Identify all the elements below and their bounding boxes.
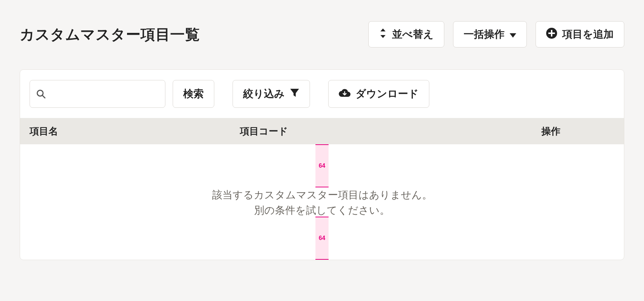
bulk-action-label: 一括操作: [464, 27, 505, 41]
svg-rect-2: [548, 33, 555, 34]
spacing-indicator-top: 64: [315, 144, 329, 187]
toolbar: 検索 絞り込み ダウンロード: [20, 70, 624, 118]
bulk-action-button[interactable]: 一括操作: [453, 21, 527, 47]
sort-button-label: 並べ替え: [392, 27, 434, 41]
search-button-label: 検索: [183, 87, 204, 101]
search-input[interactable]: [30, 80, 165, 108]
content-card: 検索 絞り込み ダウンロード: [20, 69, 624, 260]
caret-down-icon: [510, 28, 516, 40]
empty-message-line2: 別の条件を試してください。: [20, 203, 624, 218]
filter-button[interactable]: 絞り込み: [233, 80, 310, 108]
empty-message: 該当するカスタムマスター項目はありません。 別の条件を試してください。: [20, 187, 624, 218]
spacing-indicator-bottom: 64: [315, 217, 329, 260]
column-header-name: 項目名: [30, 125, 240, 138]
empty-message-line1: 該当するカスタムマスター項目はありません。: [20, 187, 624, 203]
add-item-button[interactable]: 項目を追加: [536, 21, 624, 47]
sort-button[interactable]: 並べ替え: [368, 21, 444, 47]
header-actions: 並べ替え 一括操作 項目を追加: [368, 21, 624, 47]
page-title: カスタムマスター項目一覧: [20, 24, 200, 45]
search-wrap: [30, 80, 165, 108]
cloud-download-icon: [339, 88, 350, 100]
download-button-label: ダウンロード: [356, 87, 419, 101]
add-item-label: 項目を追加: [562, 27, 614, 41]
column-header-code: 項目コード: [240, 125, 541, 138]
download-button[interactable]: ダウンロード: [328, 80, 429, 108]
filter-funnel-icon: [290, 88, 299, 100]
sort-arrows-icon: [379, 28, 387, 41]
table-header: 項目名 項目コード 操作: [20, 118, 624, 144]
page-header: カスタムマスター項目一覧 並べ替え 一括操作: [20, 21, 624, 47]
filter-button-label: 絞り込み: [243, 87, 285, 101]
plus-circle-icon: [546, 28, 557, 41]
search-button[interactable]: 検索: [173, 80, 214, 108]
column-header-action: 操作: [541, 125, 614, 138]
empty-state: 64 該当するカスタムマスター項目はありません。 別の条件を試してください。 6…: [20, 144, 624, 260]
